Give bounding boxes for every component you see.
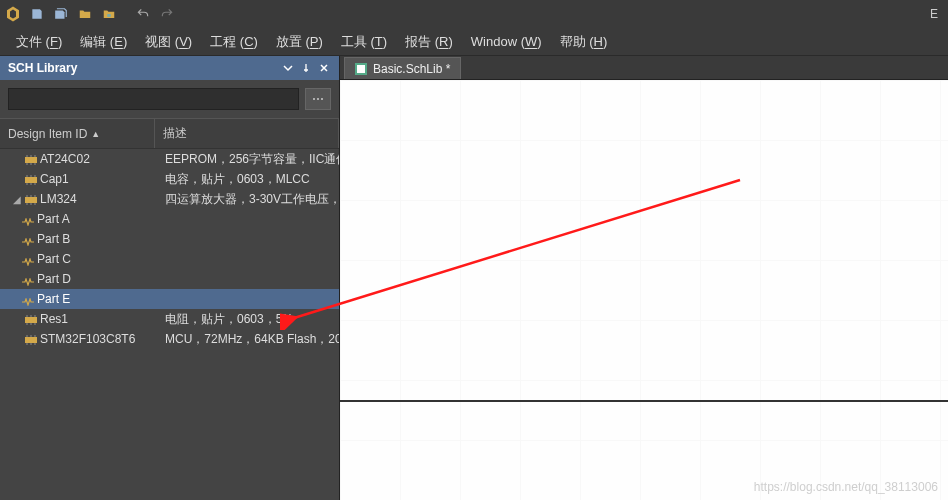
col-description[interactable]: 描述 — [155, 119, 339, 148]
redo-icon[interactable] — [158, 5, 176, 23]
part-row[interactable]: Part C — [0, 249, 339, 269]
component-icon — [25, 334, 37, 344]
panel-title: SCH Library — [8, 61, 77, 75]
component-tree[interactable]: AT24C02EEPROM，256字节容量，IIC通信Cap1电容，贴片，060… — [0, 149, 339, 500]
component-icon — [25, 154, 37, 164]
item-desc: 电阻，贴片，0603，5% — [161, 311, 339, 328]
part-icon — [22, 275, 34, 283]
watermark-text: https://blog.csdn.net/qq_38113006 — [754, 480, 938, 494]
schematic-canvas[interactable] — [340, 80, 948, 500]
sort-asc-icon: ▲ — [91, 129, 100, 139]
part-icon — [22, 295, 34, 303]
tab-bar: Basic.SchLib * — [340, 56, 948, 80]
canvas-grid — [340, 80, 948, 500]
open-project-icon[interactable] — [100, 5, 118, 23]
part-row[interactable]: Part A — [0, 209, 339, 229]
item-name: Res1 — [40, 312, 68, 326]
save-icon[interactable] — [28, 5, 46, 23]
open-folder-icon[interactable] — [76, 5, 94, 23]
document-tab[interactable]: Basic.SchLib * — [344, 57, 461, 79]
menu-file[interactable]: 文件 (F) — [8, 29, 70, 55]
svg-rect-22 — [25, 317, 37, 323]
item-name: Part A — [37, 212, 70, 226]
title-bar: E — [0, 0, 948, 28]
item-desc: 四运算放大器，3-30V工作电压， — [161, 191, 339, 208]
part-row[interactable]: Part E — [0, 289, 339, 309]
search-input[interactable] — [8, 88, 299, 110]
svg-rect-37 — [357, 65, 365, 73]
item-name: AT24C02 — [40, 152, 90, 166]
component-row[interactable]: AT24C02EEPROM，256字节容量，IIC通信 — [0, 149, 339, 169]
item-name: Cap1 — [40, 172, 69, 186]
menu-window[interactable]: Window (W) — [463, 30, 550, 53]
svg-rect-0 — [107, 14, 111, 17]
svg-rect-15 — [25, 197, 37, 203]
part-icon — [22, 215, 34, 223]
item-name: Part D — [37, 272, 71, 286]
panel-header: SCH Library — [0, 56, 339, 80]
item-name: Part C — [37, 252, 71, 266]
svg-rect-29 — [25, 337, 37, 343]
svg-rect-8 — [25, 177, 37, 183]
component-icon — [25, 314, 37, 324]
panel-search-row: ⋯ — [0, 80, 339, 118]
schlib-doc-icon — [355, 63, 367, 75]
item-name: STM32F103C8T6 — [40, 332, 135, 346]
col-design-item[interactable]: Design Item ID▲ — [0, 119, 155, 148]
item-name: Part E — [37, 292, 70, 306]
sch-library-panel: SCH Library ⋯ Design Item ID▲ 描述 AT24C02… — [0, 56, 340, 500]
part-row[interactable]: Part B — [0, 229, 339, 249]
menu-tools[interactable]: 工具 (T) — [333, 29, 395, 55]
editor-area: Basic.SchLib * — [340, 56, 948, 500]
svg-rect-1 — [25, 157, 37, 163]
menu-bar: 文件 (F) 编辑 (E) 视图 (V) 工程 (C) 放置 (P) 工具 (T… — [0, 28, 948, 56]
tab-label: Basic.SchLib * — [373, 62, 450, 76]
component-row[interactable]: Cap1电容，贴片，0603，MLCC — [0, 169, 339, 189]
component-icon — [25, 174, 37, 184]
titlebar-right-text: E — [930, 7, 944, 21]
item-desc: EEPROM，256字节容量，IIC通信 — [161, 151, 339, 168]
save-all-icon[interactable] — [52, 5, 70, 23]
item-name: LM324 — [40, 192, 77, 206]
menu-project[interactable]: 工程 (C) — [202, 29, 266, 55]
part-icon — [22, 235, 34, 243]
expander-icon[interactable]: ◢ — [12, 194, 22, 205]
component-row[interactable]: ◢LM324四运算放大器，3-30V工作电压， — [0, 189, 339, 209]
panel-dropdown-icon[interactable] — [281, 61, 295, 75]
menu-place[interactable]: 放置 (P) — [268, 29, 331, 55]
item-name: Part B — [37, 232, 70, 246]
column-headers: Design Item ID▲ 描述 — [0, 118, 339, 149]
component-row[interactable]: STM32F103C8T6MCU，72MHz，64KB Flash，20 — [0, 329, 339, 349]
component-row[interactable]: Res1电阻，贴片，0603，5% — [0, 309, 339, 329]
canvas-horizontal-axis — [340, 400, 948, 402]
part-row[interactable]: Part D — [0, 269, 339, 289]
menu-edit[interactable]: 编辑 (E) — [72, 29, 135, 55]
panel-pin-icon[interactable] — [299, 61, 313, 75]
undo-icon[interactable] — [134, 5, 152, 23]
item-desc: 电容，贴片，0603，MLCC — [161, 171, 339, 188]
component-icon — [25, 194, 37, 204]
menu-view[interactable]: 视图 (V) — [137, 29, 200, 55]
browse-button[interactable]: ⋯ — [305, 88, 331, 110]
menu-help[interactable]: 帮助 (H) — [552, 29, 616, 55]
item-desc: MCU，72MHz，64KB Flash，20 — [161, 331, 339, 348]
panel-close-icon[interactable] — [317, 61, 331, 75]
app-logo-icon — [4, 5, 22, 23]
part-icon — [22, 255, 34, 263]
menu-report[interactable]: 报告 (R) — [397, 29, 461, 55]
